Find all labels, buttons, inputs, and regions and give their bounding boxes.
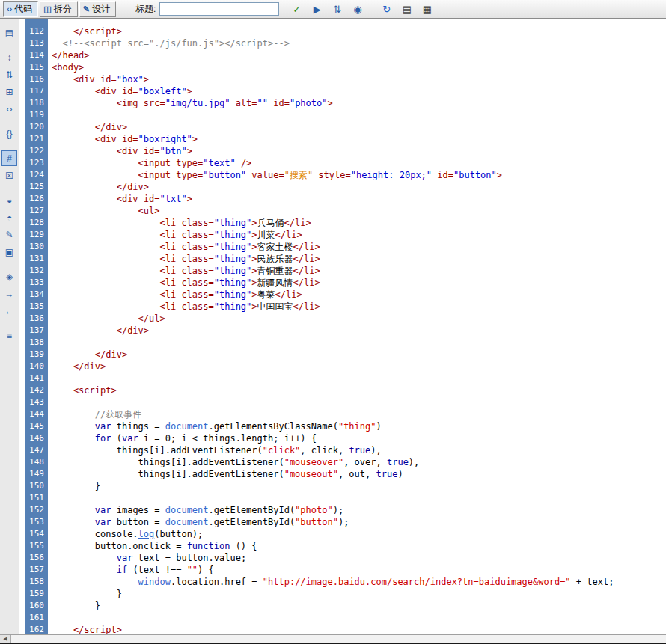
code-line[interactable]: 144 //获取事件 [19,408,666,420]
code-line[interactable]: 162 </script> [19,624,666,634]
line-number[interactable]: 136 [25,313,48,325]
code-line[interactable]: 142 <script> [19,384,666,396]
title-input[interactable] [159,2,279,16]
line-number[interactable]: 119 [25,109,48,121]
line-number[interactable]: 162 [25,624,48,634]
line-number[interactable]: 148 [25,456,48,468]
recent-snippets-button[interactable]: ▣ [1,244,17,260]
line-number[interactable]: 152 [25,504,48,516]
balance-braces-button[interactable]: {} [1,126,17,141]
code-line[interactable]: 153 var button = document.getElementById… [19,516,666,528]
line-number[interactable]: 149 [25,468,48,480]
code-line[interactable]: 137 </div> [19,325,666,337]
code-line[interactable]: 112 </script> [19,25,666,37]
expand-all-button[interactable]: ⊞ [1,84,17,99]
code-line[interactable]: 151 [19,492,666,504]
line-number[interactable]: 123 [25,157,48,169]
line-number[interactable]: 116 [25,73,48,85]
code-line[interactable]: 134 <li class="thing">粤菜</li> [19,289,666,301]
line-number[interactable]: 137 [25,325,48,337]
line-number[interactable]: 146 [25,432,48,444]
preview-debug-button[interactable]: ▶ [307,1,327,17]
line-number[interactable]: 117 [25,85,48,97]
line-number[interactable]: 159 [25,588,48,600]
line-number[interactable]: 140 [25,361,48,372]
code-line[interactable]: 119 [19,109,666,121]
apply-comment-button[interactable]: ◒ [1,192,17,208]
code-line[interactable]: 135 <li class="thing">中国国宝</li> [19,301,666,313]
code-line[interactable]: 132 <li class="thing">青铜重器</li> [19,265,666,277]
select-parent-tag-button[interactable]: ‹› [1,101,17,117]
line-number[interactable]: 113 [25,37,48,49]
code-line[interactable]: 121 <div id="boxright"> [19,133,666,145]
code-line[interactable]: 133 <li class="thing">新疆风情</li> [19,277,666,289]
code-line[interactable]: 138 [19,337,666,349]
line-number[interactable]: 156 [25,552,48,564]
code-line[interactable]: 155 button.onclick = function () { [19,540,666,552]
code-line[interactable]: 115<body> [19,61,666,73]
code-line[interactable]: 149 things[i].addEventListener("mouseout… [19,468,666,480]
line-number[interactable]: 118 [25,97,48,109]
code-line[interactable]: 116 <div id="box"> [19,73,666,85]
indent-code-button[interactable]: → [1,286,17,301]
line-number[interactable]: 128 [25,217,48,229]
code-editor[interactable]: 112 </script>113 <!--<script src="./js/f… [19,19,666,634]
wrap-tag-button[interactable]: ✎ [1,227,17,242]
line-number[interactable]: 160 [25,600,48,612]
collapse-selection-button[interactable]: ⇅ [1,67,17,82]
horizontal-scrollbar[interactable]: ◀ [0,634,666,643]
line-number[interactable]: 124 [25,169,48,181]
line-number[interactable]: 127 [25,205,48,217]
line-number[interactable]: 142 [25,384,48,396]
code-line[interactable]: 130 <li class="thing">客家土楼</li> [19,241,666,253]
outdent-code-button[interactable]: ← [1,303,17,319]
code-line[interactable]: 152 var images = document.getElementById… [19,504,666,516]
format-source-code-button[interactable]: ≡ [1,328,17,343]
line-number[interactable]: 151 [25,492,48,504]
line-number[interactable]: 134 [25,289,48,301]
code-line[interactable]: 131 <li class="thing">民族乐器</li> [19,253,666,265]
code-line[interactable]: 145 var things = document.getElementsByC… [19,420,666,432]
line-number[interactable]: 112 [25,25,48,37]
code-line[interactable]: 122 <div id="btn"> [19,145,666,157]
line-number[interactable]: 139 [25,349,48,361]
code-line[interactable]: 123 <input type="text" /> [19,157,666,169]
code-line[interactable]: 146 for (var i = 0; i < things.length; i… [19,432,666,444]
code-line[interactable]: 117 <div id="boxleft"> [19,85,666,97]
line-number[interactable]: 138 [25,337,48,349]
line-number[interactable]: 161 [25,612,48,624]
validate-markup-button[interactable]: ✓ [287,1,307,17]
code-line[interactable]: 141 [19,372,666,384]
code-line[interactable]: 114</head> [19,49,666,61]
code-line[interactable]: 139 </div> [19,349,666,361]
line-number[interactable]: 157 [25,564,48,576]
code-line[interactable]: 118 <img src="img/tu.jpg" alt="" id="pho… [19,97,666,109]
code-line[interactable]: 125 </div> [19,181,666,193]
line-number[interactable]: 135 [25,301,48,313]
code-line[interactable]: 161 [19,612,666,624]
code-line[interactable]: 159 } [19,588,666,600]
code-line[interactable]: 124 <input type="button" value="搜索" styl… [19,169,666,181]
file-management-button[interactable]: ⇅ [327,1,347,17]
move-convert-css-button[interactable]: ◈ [1,269,17,284]
code-line[interactable]: 136 </ul> [19,313,666,325]
line-number[interactable]: 122 [25,145,48,157]
line-number[interactable]: 155 [25,540,48,552]
line-number[interactable]: 143 [25,396,48,408]
line-number[interactable]: 121 [25,133,48,145]
code-line[interactable]: 129 <li class="thing">川菜</li> [19,229,666,241]
line-number[interactable]: 144 [25,408,48,420]
code-line[interactable]: 148 things[i].addEventListener("mouseove… [19,456,666,468]
preview-in-browser-button[interactable]: ◉ [347,1,367,17]
line-number[interactable]: 141 [25,372,48,384]
code-line[interactable]: 160 } [19,600,666,612]
code-line[interactable]: 113 <!--<script src="./js/fun.js"></scri… [19,37,666,49]
view-options-button[interactable]: ▤ [397,1,417,17]
code-line[interactable]: 143 [19,396,666,408]
code-line[interactable]: 150 } [19,480,666,492]
design-view-button[interactable]: ✎设计 [79,1,116,17]
line-number[interactable]: 114 [25,49,48,61]
code-line[interactable]: 157 if (text !== "") { [19,564,666,576]
line-numbers-button[interactable]: # [1,150,17,166]
line-number[interactable]: 130 [25,241,48,253]
